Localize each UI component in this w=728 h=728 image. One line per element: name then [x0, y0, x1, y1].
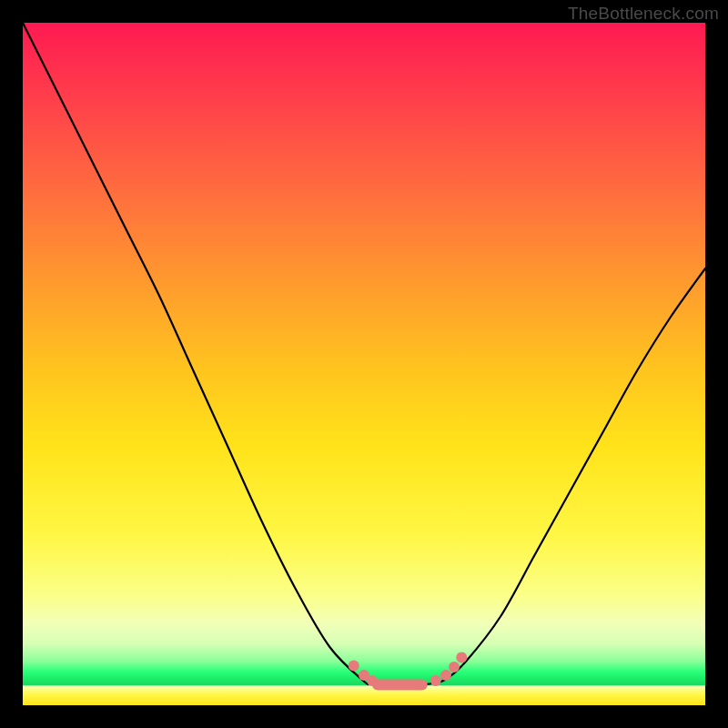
- watermark-text: TheBottleneck.com: [568, 4, 719, 24]
- outer-frame: TheBottleneck.com: [0, 0, 728, 728]
- plot-area: [23, 23, 705, 705]
